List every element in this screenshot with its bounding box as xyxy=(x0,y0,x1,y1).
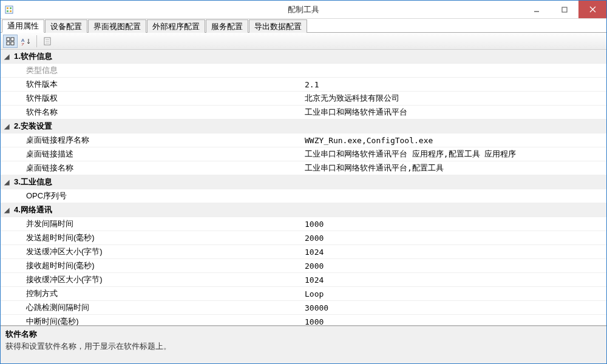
pages-icon xyxy=(43,37,52,46)
property-row[interactable]: 软件名称工业串口和网络软件通讯平台 xyxy=(1,106,606,120)
tab-3[interactable]: 外部程序配置 xyxy=(147,19,205,33)
collapse-icon[interactable]: ◢ xyxy=(1,178,13,186)
app-icon xyxy=(1,5,18,15)
alphabetical-view-button[interactable]: A Z xyxy=(19,35,33,48)
property-row[interactable]: 发送超时时间(毫秒)2000 xyxy=(1,231,606,245)
tab-4[interactable]: 服务配置 xyxy=(206,19,248,33)
sort-az-icon: A Z xyxy=(21,37,31,46)
title-bar: 配制工具 xyxy=(1,1,606,19)
property-value[interactable]: 工业串口和网络软件通讯平台 xyxy=(301,107,606,118)
tab-0[interactable]: 通用属性 xyxy=(2,19,44,33)
property-label: OPC序列号 xyxy=(13,190,301,201)
category-1[interactable]: ◢2.安装设置 xyxy=(1,120,606,133)
property-label: 发送缓冲区大小(字节) xyxy=(13,246,301,257)
svg-rect-4 xyxy=(10,10,12,12)
category-label: 3.工业信息 xyxy=(13,177,301,187)
property-label: 并发间隔时间 xyxy=(13,218,301,229)
property-value[interactable]: 1000 xyxy=(301,220,606,229)
property-row[interactable]: 控制方式Loop xyxy=(1,287,606,301)
property-label: 桌面链接描述 xyxy=(13,149,301,160)
tab-2[interactable]: 界面视图配置 xyxy=(88,19,146,33)
svg-rect-0 xyxy=(5,6,13,13)
collapse-icon[interactable]: ◢ xyxy=(1,123,13,130)
svg-rect-11 xyxy=(7,42,10,45)
property-value[interactable]: 1000 xyxy=(301,317,606,326)
collapse-icon[interactable]: ◢ xyxy=(1,206,13,214)
categorized-view-button[interactable] xyxy=(3,35,18,48)
property-row[interactable]: 并发间隔时间1000 xyxy=(1,217,606,231)
property-label: 软件版权 xyxy=(13,93,301,104)
property-value[interactable]: 工业串口和网络软件通讯平台 应用程序,配置工具 应用程序 xyxy=(301,149,606,160)
window-title: 配制工具 xyxy=(288,4,319,15)
property-label: 桌面链接名称 xyxy=(13,163,301,174)
property-row[interactable]: 软件版本2.1 xyxy=(1,78,606,92)
property-value[interactable]: 1024 xyxy=(301,248,606,257)
svg-rect-6 xyxy=(562,7,567,12)
property-value[interactable]: 2000 xyxy=(301,234,606,243)
svg-rect-1 xyxy=(7,7,8,9)
description-text: 获得和设置软件名称，用于显示在软件标题上。 xyxy=(5,341,602,352)
toolbar-separator xyxy=(36,35,37,47)
maximize-button[interactable] xyxy=(551,1,578,18)
property-row[interactable]: 类型信息 xyxy=(1,64,606,78)
tab-5[interactable]: 导出数据配置 xyxy=(249,19,307,33)
category-0[interactable]: ◢1.软件信息 xyxy=(1,50,606,64)
category-label: 2.安装设置 xyxy=(13,121,301,132)
category-3[interactable]: ◢4.网络通讯 xyxy=(1,203,606,217)
property-grid[interactable]: ◢1.软件信息类型信息软件版本2.1软件版权北京无为致远科技有限公司软件名称工业… xyxy=(1,50,606,326)
property-row[interactable]: 接收超时时间(毫秒)2000 xyxy=(1,259,606,273)
property-label: 桌面链接程序名称 xyxy=(13,135,301,146)
tab-strip: 通用属性设备配置界面视图配置外部程序配置服务配置导出数据配置 xyxy=(1,19,606,33)
window-controls xyxy=(523,1,606,18)
property-row[interactable]: 桌面链接程序名称WWZY_Run.exe,ConfigTool.exe xyxy=(1,133,606,147)
svg-rect-9 xyxy=(7,38,10,41)
property-value[interactable]: WWZY_Run.exe,ConfigTool.exe xyxy=(301,136,606,145)
property-label: 心跳检测间隔时间 xyxy=(13,302,301,313)
property-value[interactable]: 1024 xyxy=(301,275,606,285)
svg-rect-10 xyxy=(11,38,14,41)
property-row[interactable]: 接收缓冲区大小(字节)1024 xyxy=(1,273,606,287)
property-value[interactable]: 北京无为致远科技有限公司 xyxy=(301,93,606,104)
property-label: 软件名称 xyxy=(13,107,301,118)
property-value[interactable]: 2000 xyxy=(301,261,606,271)
property-value[interactable]: 2.1 xyxy=(301,80,606,89)
property-value[interactable]: 工业串口和网络软件通讯平台,配置工具 xyxy=(301,163,606,174)
property-row[interactable]: 桌面链接名称工业串口和网络软件通讯平台,配置工具 xyxy=(1,161,606,175)
category-label: 4.网络通讯 xyxy=(13,204,301,215)
svg-rect-2 xyxy=(10,7,12,9)
property-label: 中断时间(毫秒) xyxy=(13,316,301,326)
property-row[interactable]: 心跳检测间隔时间30000 xyxy=(1,301,606,315)
category-2[interactable]: ◢3.工业信息 xyxy=(1,175,606,189)
property-row[interactable]: OPC序列号 xyxy=(1,189,606,203)
svg-rect-12 xyxy=(11,42,14,45)
property-row[interactable]: 软件版权北京无为致远科技有限公司 xyxy=(1,92,606,106)
minimize-button[interactable] xyxy=(523,1,551,18)
property-label: 接收超时时间(毫秒) xyxy=(13,260,301,271)
property-label: 控制方式 xyxy=(13,288,301,299)
property-label: 软件版本 xyxy=(13,79,301,90)
property-row[interactable]: 中断时间(毫秒)1000 xyxy=(1,315,606,326)
svg-rect-3 xyxy=(7,10,8,12)
property-label: 类型信息 xyxy=(13,65,301,76)
tab-1[interactable]: 设备配置 xyxy=(45,19,87,33)
description-panel: 软件名称 获得和设置软件名称，用于显示在软件标题上。 xyxy=(1,326,606,363)
description-title: 软件名称 xyxy=(5,329,602,340)
property-toolbar: A Z xyxy=(1,33,606,50)
property-value[interactable]: 30000 xyxy=(301,303,606,312)
category-label: 1.软件信息 xyxy=(13,51,301,62)
property-label: 接收缓冲区大小(字节) xyxy=(13,274,301,285)
svg-text:Z: Z xyxy=(21,42,24,46)
property-row[interactable]: 发送缓冲区大小(字节)1024 xyxy=(1,245,606,259)
categorized-icon xyxy=(6,37,15,46)
property-label: 发送超时时间(毫秒) xyxy=(13,232,301,243)
app-window: 配制工具 通用属性设备配置界面视图配置外部程序配置服务配置导出数据配置 xyxy=(0,0,607,364)
property-pages-button[interactable] xyxy=(40,35,55,48)
property-value[interactable]: Loop xyxy=(301,289,606,298)
close-button[interactable] xyxy=(578,1,606,18)
property-row[interactable]: 桌面链接描述工业串口和网络软件通讯平台 应用程序,配置工具 应用程序 xyxy=(1,147,606,161)
collapse-icon[interactable]: ◢ xyxy=(1,53,13,61)
